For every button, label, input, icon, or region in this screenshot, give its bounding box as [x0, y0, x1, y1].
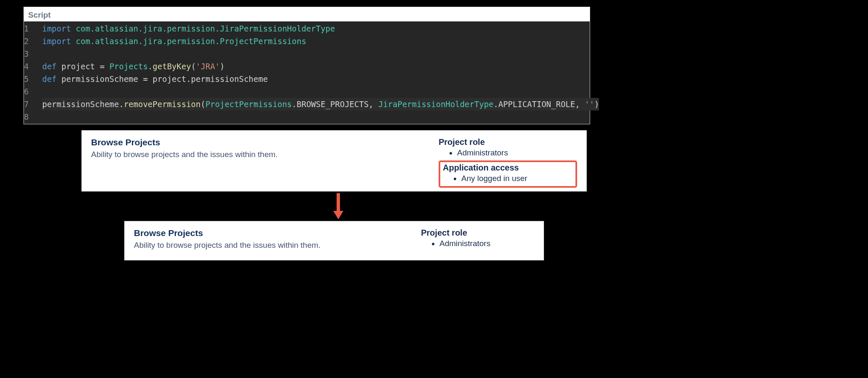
permission-title: Browse Projects — [91, 137, 439, 147]
permission-card-before: Browse Projects Ability to browse projec… — [81, 130, 587, 192]
permission-grants: Project role Administrators Application … — [439, 137, 577, 184]
permission-info: Browse Projects Ability to browse projec… — [91, 137, 439, 184]
script-panel: Script 12345678 import com.atlassian.jir… — [24, 7, 590, 124]
permission-description: Ability to browse projects and the issue… — [91, 150, 439, 159]
svg-marker-1 — [333, 211, 343, 219]
code-lines[interactable]: import com.atlassian.jira.permission.Jir… — [34, 22, 599, 123]
list-item: Any logged in user — [461, 173, 573, 184]
code-line[interactable]: def permissionScheme = project.permissio… — [42, 73, 599, 85]
script-label: Script — [24, 7, 590, 21]
application-access-highlight: Application access Any logged in user — [439, 160, 577, 188]
list-item: Administrators — [457, 148, 577, 158]
code-line[interactable]: permissionScheme.removePermission(Projec… — [42, 98, 599, 110]
code-editor[interactable]: 12345678 import com.atlassian.jira.permi… — [24, 21, 590, 124]
line-number: 6 — [24, 85, 29, 98]
code-line[interactable]: import com.atlassian.jira.permission.Jir… — [42, 22, 599, 35]
line-number: 2 — [24, 35, 29, 47]
arrow-down-icon — [332, 192, 344, 220]
permission-info: Browse Projects Ability to browse projec… — [134, 228, 421, 252]
list-item: Administrators — [439, 239, 534, 249]
project-role-heading: Project role — [421, 228, 534, 238]
line-number: 7 — [24, 98, 29, 110]
permission-description: Ability to browse projects and the issue… — [134, 241, 421, 250]
code-line[interactable] — [42, 47, 599, 60]
permission-grants: Project role Administrators — [421, 228, 534, 252]
code-line[interactable]: def project = Projects.getByKey('JRA') — [42, 60, 599, 73]
application-access-list: Any logged in user — [443, 173, 573, 184]
code-line[interactable] — [42, 110, 599, 123]
line-number: 3 — [24, 47, 29, 60]
project-role-list: Administrators — [439, 148, 577, 158]
code-line[interactable]: import com.atlassian.jira.permission.Pro… — [42, 35, 599, 47]
code-line[interactable] — [42, 85, 599, 98]
permission-title: Browse Projects — [134, 228, 421, 238]
application-access-heading: Application access — [443, 163, 573, 173]
line-number: 8 — [24, 110, 29, 123]
project-role-list: Administrators — [421, 239, 534, 249]
line-number: 5 — [24, 73, 29, 85]
line-gutter: 12345678 — [24, 22, 34, 123]
line-number: 1 — [24, 22, 29, 35]
line-number: 4 — [24, 60, 29, 73]
permission-card-after: Browse Projects Ability to browse projec… — [124, 221, 544, 260]
project-role-heading: Project role — [439, 137, 577, 147]
